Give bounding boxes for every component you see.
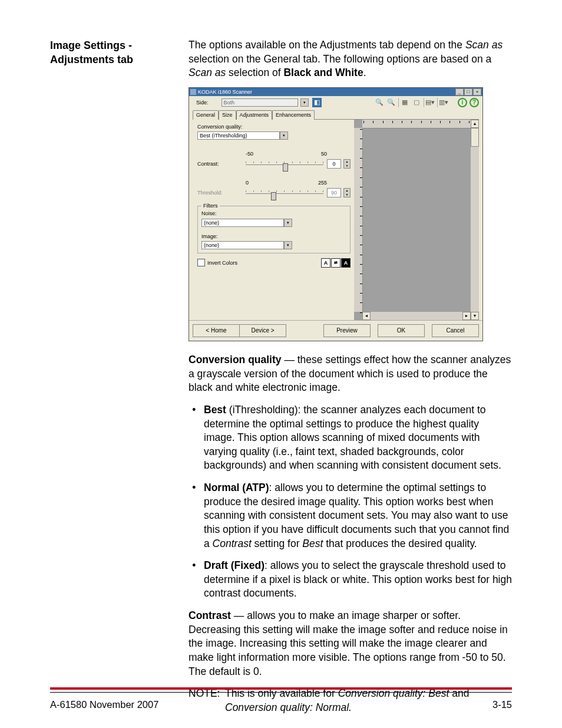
scroll-left-icon[interactable]: ◄: [362, 312, 371, 320]
image-filter-label: Image:: [201, 233, 346, 240]
scroll-right-icon[interactable]: ►: [462, 312, 471, 320]
threshold-spinner[interactable]: ▲▼: [343, 188, 351, 197]
conversion-quality-paragraph: Conversion quality — these settings effe…: [189, 353, 512, 395]
dropdown-arrow-icon[interactable]: ▾: [284, 219, 292, 227]
threshold-label: Threshold:: [197, 189, 242, 196]
app-icon: [190, 89, 196, 95]
invert-sample-black-icon: A: [341, 258, 351, 268]
contrast-label: Contrast:: [197, 160, 242, 167]
threshold-max-label: 255: [318, 179, 327, 186]
dropdown-arrow-icon[interactable]: ▾: [284, 241, 292, 249]
side-label: Side:: [196, 99, 209, 106]
ruler-vertical: [354, 128, 363, 312]
side-dropdown-arrow[interactable]: ▾: [300, 98, 309, 107]
section-heading: Image Settings - Adjustments tab: [50, 38, 189, 67]
invert-colors-checkbox[interactable]: [197, 259, 205, 266]
titlebar: KODAK i1860 Scanner _ □ ×: [189, 88, 482, 96]
threshold-slider[interactable]: [244, 189, 325, 197]
conversion-quality-label: Conversion quality:: [197, 123, 351, 130]
contrast-min-label: -50: [246, 150, 253, 157]
toggle-icon[interactable]: ◧: [312, 98, 322, 107]
ruler-horizontal: [362, 120, 471, 129]
invert-swap-icon: ⇄: [331, 258, 340, 268]
close-button[interactable]: ×: [473, 88, 481, 95]
tool-icon-2[interactable]: ▢: [412, 98, 421, 107]
device-button[interactable]: Device >: [239, 324, 286, 337]
ok-button[interactable]: OK: [378, 324, 425, 337]
normal-bullet: Normal (ATP): allows you to determine th…: [201, 481, 512, 551]
tab-size[interactable]: Size: [219, 110, 236, 120]
filters-legend: Filters: [201, 202, 220, 209]
scroll-up-icon[interactable]: ▲: [471, 120, 479, 128]
zoom-in-icon[interactable]: 🔍: [375, 98, 384, 107]
help-info-icon[interactable]: i: [458, 98, 467, 107]
footer-rule: [50, 687, 512, 693]
tab-adjustments[interactable]: Adjustments: [236, 110, 273, 120]
help-question-icon[interactable]: ?: [470, 98, 479, 107]
contrast-max-label: 50: [321, 150, 327, 157]
noise-dropdown[interactable]: (none): [201, 219, 284, 227]
window-title: KODAK i1860 Scanner: [198, 88, 252, 95]
tab-general[interactable]: General: [193, 110, 219, 120]
threshold-value[interactable]: 90: [327, 188, 341, 197]
minimize-button[interactable]: _: [455, 88, 464, 95]
image-filter-dropdown[interactable]: (none): [201, 241, 284, 249]
scrollbar-vertical[interactable]: ▲ ▼: [471, 120, 479, 320]
invert-sample-white-icon: A: [321, 258, 330, 268]
conversion-quality-dropdown[interactable]: Best (iThresholding): [197, 131, 280, 140]
preview-button[interactable]: Preview: [323, 324, 371, 337]
filters-group: Filters Noise: (none) ▾ Image: (none) ▾: [197, 206, 351, 253]
contrast-value[interactable]: 0: [327, 159, 341, 169]
scroll-down-icon[interactable]: ▼: [471, 312, 479, 320]
footer-right: 3-15: [492, 699, 512, 710]
contrast-spinner[interactable]: ▲▼: [343, 159, 351, 169]
dialog-window: KODAK i1860 Scanner _ □ × Side: Both ▾ ◧…: [189, 87, 483, 341]
scrollbar-horizontal[interactable]: ◄ ►: [362, 312, 471, 320]
tab-enhancements[interactable]: Enhancements: [272, 110, 315, 120]
threshold-min-label: 0: [246, 179, 249, 186]
dropdown-arrow-icon[interactable]: ▾: [280, 131, 288, 140]
intro-paragraph: The options available on the Adjustments…: [189, 38, 512, 80]
home-button[interactable]: < Home: [193, 324, 240, 337]
invert-colors-label: Invert Colors: [207, 259, 237, 266]
maximize-button[interactable]: □: [464, 88, 472, 95]
best-bullet: Best (iThresholding): the scanner analyz…: [201, 403, 512, 473]
zoom-out-icon[interactable]: 🔍: [386, 98, 396, 107]
noise-label: Noise:: [201, 210, 346, 217]
tool-icon-4[interactable]: ▥▾: [437, 98, 448, 107]
preview-panel: ▲ ▼ ◄ ►: [354, 120, 479, 320]
side-dropdown[interactable]: Both: [222, 98, 298, 107]
contrast-paragraph: Contrast — allows you to make an image s…: [189, 609, 512, 678]
tool-icon-3[interactable]: ▤▾: [424, 98, 435, 107]
contrast-slider[interactable]: [244, 160, 325, 168]
draft-bullet: Draft (Fixed): allows you to select the …: [201, 559, 512, 601]
tool-icon-1[interactable]: ▦: [398, 98, 409, 107]
footer-left: A-61580 November 2007: [50, 699, 158, 710]
cancel-button[interactable]: Cancel: [432, 324, 479, 337]
